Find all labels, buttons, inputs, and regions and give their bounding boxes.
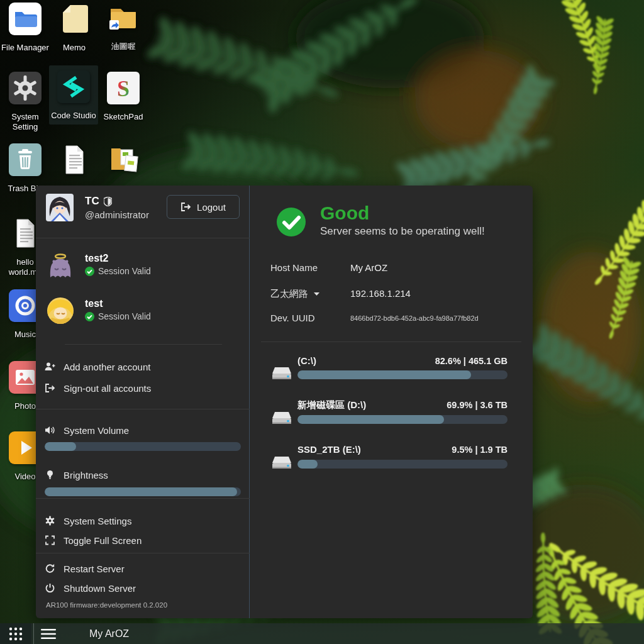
desktop-icon-folder-documents[interactable] — [99, 142, 148, 182]
logout-button[interactable]: Logout — [167, 195, 240, 219]
icon-label: Code Studio — [49, 111, 98, 121]
fullscreen-icon — [45, 535, 55, 545]
taskbar-title: My ArOZ — [89, 628, 129, 640]
hard-drive-icon — [271, 367, 292, 382]
divider — [36, 409, 250, 409]
disk-usage: 69.9% | 3.6 TB — [447, 400, 508, 410]
volume-slider-fill — [45, 442, 76, 451]
grid-icon — [9, 627, 23, 641]
desktop-icon-document[interactable] — [50, 143, 99, 184]
divider — [36, 553, 250, 553]
system-menu-panel: TC @administrator Logout test2 Session V… — [36, 186, 533, 618]
brightness-label: Brightness — [45, 468, 241, 482]
system-settings-item[interactable]: System Settings — [45, 514, 241, 528]
network-interface-dropdown[interactable]: 乙太網路 — [270, 288, 319, 300]
power-icon — [45, 583, 55, 593]
icon-label: Memo — [50, 43, 99, 53]
divider — [65, 344, 222, 345]
account-name: test — [85, 298, 103, 309]
desktop-icon-shortcut-folder[interactable]: 油圖喔 — [99, 1, 148, 52]
status-check-icon — [277, 208, 306, 236]
system-volume-label: System Volume — [45, 423, 241, 437]
svg-text:S: S — [117, 76, 130, 101]
hamburger-menu-button[interactable] — [34, 623, 63, 644]
shield-icon — [104, 197, 112, 206]
server-state: Good — [320, 203, 369, 224]
disk-usage-bar — [297, 415, 508, 424]
user-plus-icon — [45, 362, 55, 372]
gear-icon — [45, 516, 55, 526]
account-row-test2[interactable]: test2 Session Valid — [47, 252, 236, 281]
user-display-name: TC — [85, 195, 112, 208]
logout-icon — [180, 202, 191, 212]
disk-label: (C:\) — [297, 355, 316, 366]
disk-usage-fill — [297, 460, 318, 469]
icon-label: File Manager — [1, 43, 50, 53]
hard-drive-icon — [271, 456, 292, 471]
uuid-label: Dev. UUID — [270, 313, 315, 323]
disk-usage: 82.6% | 465.1 GB — [435, 356, 508, 366]
file-manager-icon — [9, 3, 42, 35]
host-name-value: My ArOZ — [350, 262, 387, 273]
divider — [36, 498, 250, 499]
disk-label: 新增磁碟區 (D:\) — [297, 399, 366, 411]
desktop-icon-file-manager[interactable]: File Manager — [1, 3, 50, 53]
disk-usage-bar — [297, 370, 508, 379]
account-avatar — [47, 252, 74, 279]
volume-icon — [45, 425, 55, 435]
sketchpad-icon: S — [107, 72, 140, 104]
disk-label: SSD_2TB (E:\) — [297, 444, 361, 455]
folder-shortcut-icon — [107, 1, 140, 34]
lightbulb-icon — [45, 470, 55, 480]
divider — [261, 341, 521, 342]
add-account-item[interactable]: Add another account — [45, 360, 241, 374]
ip-address-value: 192.168.1.214 — [350, 288, 411, 299]
brightness-slider[interactable] — [45, 487, 241, 496]
restart-icon — [45, 564, 55, 574]
account-status: Session Valid — [85, 311, 151, 321]
desktop-icon-sketchpad[interactable]: S SketchPad — [99, 72, 148, 122]
trash-icon — [9, 143, 42, 176]
disk-usage-fill — [297, 415, 444, 424]
disk-usage-fill — [297, 370, 471, 379]
restart-server-item[interactable]: Restart Server — [45, 562, 241, 575]
icon-label: SketchPad — [99, 112, 148, 122]
account-name: test2 — [85, 253, 108, 264]
shutdown-server-item[interactable]: Shutdown Server — [45, 581, 241, 595]
disk-usage-bar — [297, 460, 508, 469]
user-avatar — [46, 194, 74, 221]
check-circle-icon — [85, 267, 94, 276]
account-avatar — [47, 297, 74, 324]
host-name-label: Host Name — [270, 262, 318, 273]
app-launcher-button[interactable] — [0, 623, 31, 644]
icon-label: System Setting — [1, 112, 50, 131]
code-studio-icon — [57, 70, 90, 103]
desktop-icon-code-studio[interactable]: Code Studio — [49, 65, 98, 125]
desktop-icon-memo[interactable]: Memo — [50, 3, 99, 53]
brightness-slider-fill — [45, 487, 237, 496]
hamburger-icon — [41, 629, 56, 639]
user-menu-column: TC @administrator Logout test2 Session V… — [36, 186, 250, 618]
server-status-column: Good Server seems to be operating well! … — [250, 186, 533, 618]
account-status: Session Valid — [85, 266, 151, 276]
check-circle-icon — [85, 312, 94, 321]
desktop-icon-system-setting[interactable]: System Setting — [1, 72, 50, 131]
caret-down-icon — [314, 292, 319, 296]
folder-documents-icon — [107, 142, 140, 175]
volume-slider[interactable] — [45, 442, 241, 451]
memo-icon — [58, 3, 91, 35]
divider — [36, 238, 250, 238]
firmware-version: AR100 firmware:development 0.2.020 — [46, 601, 167, 609]
uuid-value: 8466bd72-bdb6-452a-abc9-fa98a77fb82d — [350, 314, 479, 322]
user-handle: @administrator — [85, 209, 149, 220]
toggle-fullscreen-item[interactable]: Toggle Full Screen — [45, 533, 241, 547]
account-row-test[interactable]: test Session Valid — [47, 297, 236, 326]
taskbar: My ArOZ — [0, 623, 644, 644]
document-icon — [58, 143, 91, 176]
hard-drive-icon — [271, 411, 292, 426]
icon-label: 油圖喔 — [99, 42, 148, 52]
gear-app-icon — [9, 72, 42, 104]
sign-out-icon — [45, 383, 55, 393]
signout-all-item[interactable]: Sign-out all accounts — [45, 381, 241, 395]
desktop: File Manager Memo 油圖喔 System Setting Cod… — [0, 0, 644, 644]
